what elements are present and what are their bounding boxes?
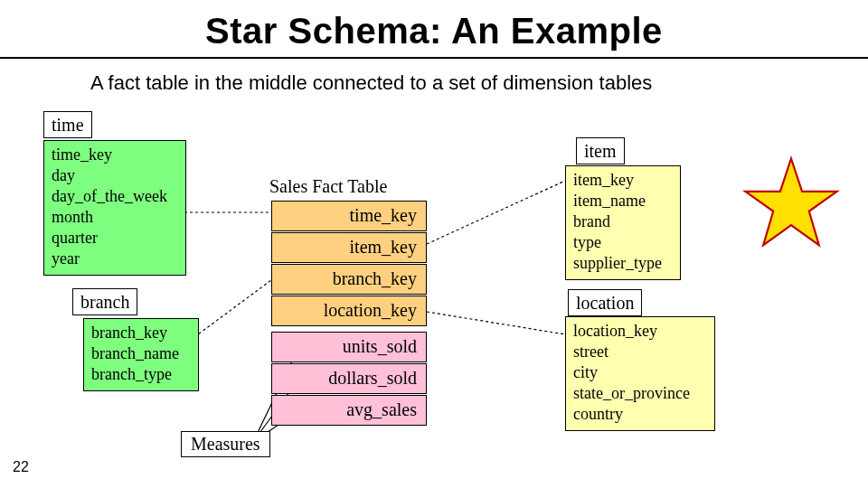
fact-key-row: location_key	[271, 296, 427, 326]
fact-measure-row: avg_sales	[271, 395, 427, 426]
dim-branch-field: branch_key	[91, 323, 191, 343]
page-subtitle: A fact table in the middle connected to …	[90, 71, 868, 95]
dim-item-body: item_key item_name brand type supplier_t…	[565, 165, 681, 280]
dim-branch-label: branch	[72, 288, 137, 315]
dim-branch-field: branch_name	[91, 343, 191, 364]
dim-item-label: item	[576, 137, 625, 164]
dim-time-field: quarter	[52, 228, 178, 249]
dim-item-field: type	[573, 232, 673, 253]
dim-branch-field: branch_type	[91, 364, 191, 385]
dim-item-field: item_name	[573, 191, 673, 211]
svg-marker-7	[745, 159, 836, 246]
fact-measure-row: dollars_sold	[271, 363, 427, 394]
star-icon	[741, 154, 841, 253]
dim-branch-body: branch_key branch_name branch_type	[83, 318, 199, 391]
dim-location-label: location	[568, 289, 642, 316]
measures-label: Measures	[181, 431, 270, 457]
fact-key-row: time_key	[271, 201, 427, 231]
title-underline	[0, 57, 868, 59]
page-title: Star Schema: An Example	[0, 11, 868, 52]
dim-location-field: country	[573, 404, 707, 425]
svg-line-1	[194, 280, 271, 337]
dim-time-field: day_of_the_week	[52, 186, 178, 207]
fact-key-row: item_key	[271, 232, 427, 263]
dim-item-field: item_key	[573, 170, 673, 191]
dim-location-field: location_key	[573, 321, 707, 342]
svg-line-2	[427, 181, 565, 244]
fact-measure-row: units_sold	[271, 332, 427, 362]
page-number: 22	[13, 459, 29, 475]
dim-time-label: time	[43, 111, 92, 138]
dim-location-field: state_or_province	[573, 383, 707, 404]
dim-time-field: time_key	[52, 145, 178, 165]
dim-time-field: month	[52, 207, 178, 228]
dim-item-field: brand	[573, 211, 673, 232]
dim-location-field: street	[573, 342, 707, 362]
dim-location-field: city	[573, 362, 707, 383]
fact-key-row: branch_key	[271, 264, 427, 295]
svg-line-3	[427, 312, 565, 334]
dim-time-body: time_key day day_of_the_week month quart…	[43, 140, 186, 276]
fact-table-title: Sales Fact Table	[269, 176, 387, 197]
dim-time-field: year	[52, 249, 178, 269]
dim-location-body: location_key street city state_or_provin…	[565, 316, 715, 431]
dim-item-field: supplier_type	[573, 253, 673, 274]
dim-time-field: day	[52, 165, 178, 186]
